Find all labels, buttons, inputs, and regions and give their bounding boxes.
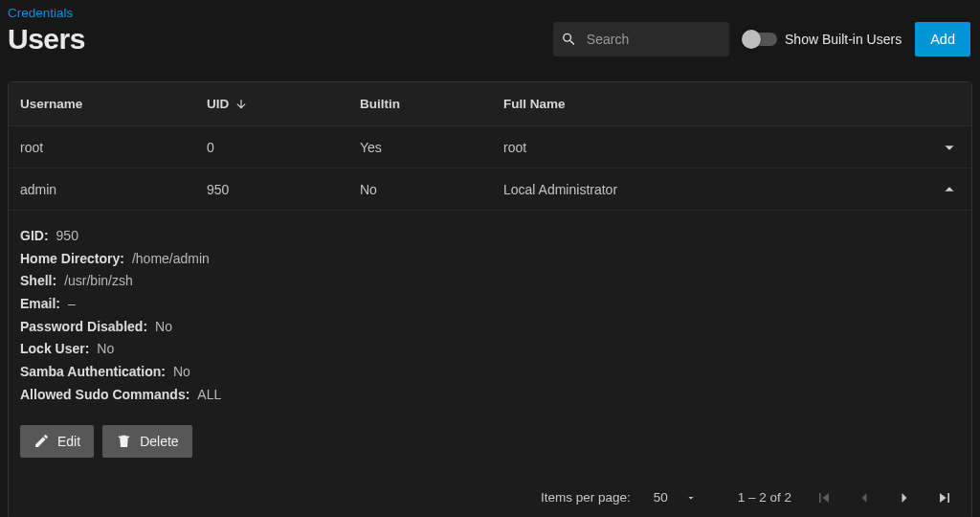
first-page-icon[interactable] (814, 488, 834, 507)
delete-button[interactable]: Delete (102, 425, 191, 458)
page-title: Users (8, 23, 85, 56)
search-input[interactable] (587, 32, 722, 47)
col-header-fullname[interactable]: Full Name (503, 97, 906, 111)
cell-fullname: Local Administrator (503, 182, 906, 197)
page-size-select[interactable]: 50 (654, 490, 715, 505)
prev-page-icon[interactable] (855, 488, 874, 507)
detail-samba-auth: Samba Authentication:No (20, 362, 960, 383)
cell-builtin: No (360, 182, 503, 197)
cell-uid: 950 (207, 182, 360, 197)
toggle-track[interactable] (745, 33, 777, 46)
toggle-label: Show Built-in Users (785, 32, 902, 47)
cell-username: root (20, 140, 207, 155)
detail-email: Email:– (20, 294, 960, 315)
detail-password-disabled: Password Disabled:No (20, 317, 960, 338)
collapse-row-icon[interactable] (939, 179, 960, 200)
col-header-username[interactable]: Username (20, 97, 207, 111)
trash-icon (116, 433, 132, 449)
col-header-uid-label: UID (207, 97, 229, 111)
cell-builtin: Yes (360, 140, 503, 155)
show-builtin-users-toggle[interactable]: Show Built-in Users (745, 32, 902, 47)
sort-descending-icon (234, 98, 248, 111)
detail-sudo-commands: Allowed Sudo Commands:ALL (20, 385, 960, 406)
page-range-label: 1 – 2 of 2 (738, 490, 791, 505)
page-header: Users Show Built-in Users Add (0, 22, 980, 70)
cell-username: admin (20, 182, 207, 197)
delete-button-label: Delete (140, 434, 178, 449)
edit-button[interactable]: Edit (20, 425, 94, 458)
edit-button-label: Edit (57, 434, 80, 449)
paginator: Items per page: 50 1 – 2 of 2 (9, 475, 971, 518)
dropdown-caret-icon (685, 492, 697, 504)
col-header-uid[interactable]: UID (207, 97, 360, 111)
detail-gid: GID:950 (20, 226, 960, 247)
col-header-builtin[interactable]: Builtin (360, 97, 503, 111)
table-row[interactable]: admin 950 No Local Administrator (9, 169, 971, 211)
next-page-icon[interactable] (895, 488, 914, 507)
detail-shell: Shell:/usr/bin/zsh (20, 271, 960, 292)
search-field[interactable] (553, 22, 729, 56)
paginator-nav (814, 488, 954, 507)
breadcrumb-credentials[interactable]: Credentials (8, 6, 73, 20)
table-row[interactable]: root 0 Yes root (9, 126, 971, 169)
expand-row-icon[interactable] (939, 137, 960, 158)
users-table-card: Username UID Builtin Full Name root 0 Ye… (8, 81, 972, 517)
table-header-row: Username UID Builtin Full Name (9, 82, 971, 126)
cell-uid: 0 (207, 140, 360, 155)
detail-actions: Edit Delete (20, 425, 960, 458)
add-button[interactable]: Add (915, 22, 970, 56)
cell-fullname: root (503, 140, 906, 155)
toggle-knob (742, 30, 761, 49)
detail-home-directory: Home Directory:/home/admin (20, 249, 960, 270)
row-detail-panel: GID:950 Home Directory:/home/admin Shell… (9, 211, 971, 475)
search-icon (561, 30, 577, 49)
items-per-page-label: Items per page: (541, 490, 631, 505)
page-size-value: 50 (654, 490, 668, 505)
pencil-icon (33, 433, 50, 449)
detail-lock-user: Lock User:No (20, 339, 960, 360)
last-page-icon[interactable] (935, 488, 954, 507)
